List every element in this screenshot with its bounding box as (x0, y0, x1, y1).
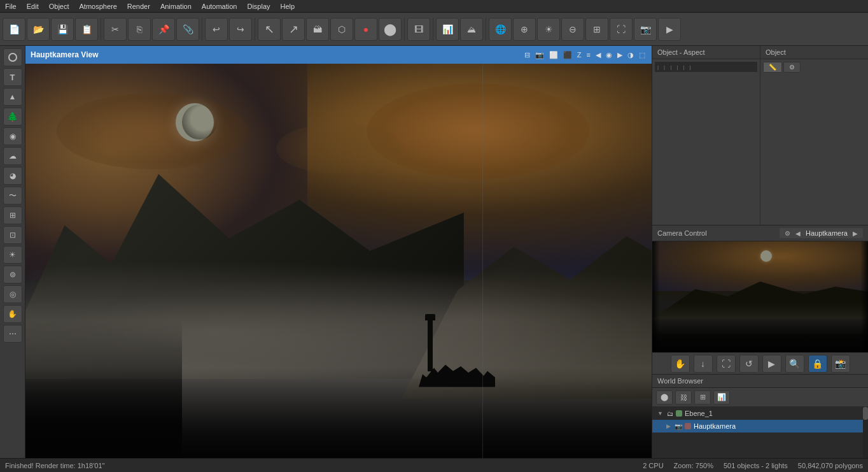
left-tool-sphere[interactable]: ◕ (3, 167, 22, 185)
move-tool-button[interactable]: ↗ (282, 18, 305, 41)
menu-edit[interactable]: Edit (22, 1, 44, 11)
tree-item-ebene1[interactable]: ▼ 🗂 Ebene_1 (652, 407, 868, 420)
viewport-icon-6[interactable]: ◀ (594, 50, 602, 61)
cam-grab-button[interactable]: ✋ (671, 355, 690, 373)
left-tool-terrain-paint[interactable]: ◉ (3, 127, 22, 145)
viewport-canvas[interactable] (25, 64, 652, 458)
paint-button[interactable]: ● (354, 18, 377, 41)
menu-render[interactable]: Render (122, 1, 155, 11)
ruler-mark: | (676, 64, 678, 70)
left-tool-ring[interactable]: ⊚ (3, 266, 22, 283)
cam-play-button[interactable]: ▶ (762, 355, 781, 373)
filmstrip-button[interactable]: 🎞 (407, 18, 430, 41)
object-aspect-header-row: Object - Aspect Object (652, 46, 868, 59)
redo-button[interactable]: ↪ (229, 18, 252, 41)
tree-label-ebene1: Ebene_1 (685, 410, 713, 417)
paste-special-button[interactable]: 📎 (176, 18, 199, 41)
wb-btn-3[interactable]: ⊞ (694, 390, 711, 404)
viewport-icon-8[interactable]: ▶ (616, 50, 624, 61)
camera-next-button[interactable]: ▶ (853, 230, 858, 237)
viewport-icon-10[interactable]: ⬚ (638, 50, 647, 61)
wb-btn-1[interactable]: ⬤ (656, 390, 673, 404)
left-tool-wave[interactable]: 〜 (3, 187, 22, 204)
render-alt-button[interactable]: ▶ (658, 18, 681, 41)
menu-animation[interactable]: Animation (155, 1, 197, 11)
left-tool-dots[interactable]: ⋯ (3, 325, 22, 343)
object-tab-2[interactable]: ⚙ (783, 62, 801, 73)
tree-item-hauptkamera[interactable]: ▶ 📷 Hauptkamera (652, 420, 868, 433)
fullscreen-button[interactable]: ⛶ (610, 18, 633, 41)
world-browser-scrollbar[interactable] (863, 407, 868, 458)
left-tool-target[interactable]: ◎ (3, 285, 22, 303)
tree-label-hauptkamera: Hauptkamera (694, 422, 736, 430)
globe-button[interactable]: 🌐 (489, 18, 512, 41)
cam-frame-select-button[interactable]: ⛶ (717, 355, 736, 373)
left-tool-cloud[interactable]: ☁ (3, 147, 22, 165)
object-tab-1[interactable]: 📏 (763, 62, 782, 73)
world-browser-title: World Browser (652, 375, 868, 388)
viewport-icon-3[interactable]: ⬜ (548, 50, 559, 61)
left-tool-box[interactable]: ⊞ (3, 206, 22, 224)
cam-move-down-button[interactable]: ↓ (694, 355, 713, 373)
left-tool-tree[interactable]: 🌲 (3, 108, 22, 125)
ruler-marks: | | | | | | (657, 64, 690, 70)
main-toolbar: 📄 📂 💾 📋 ✂ ⎘ 📌 📎 ↩ ↪ ↖ ↗ 🏔 ⬡ ● ⬤ 🎞 📊 ⛰ 🌐 … (0, 13, 868, 46)
menu-automation[interactable]: Automation (197, 1, 242, 11)
chart-button[interactable]: 📊 (436, 18, 459, 41)
ruler-mark: | (683, 64, 684, 70)
camera-prev-button[interactable]: ◀ (795, 230, 801, 237)
cam-snapshot-button[interactable]: 📸 (831, 355, 850, 373)
left-tool-mountain[interactable]: ▲ (3, 88, 22, 106)
frame-button[interactable]: ⊞ (585, 18, 608, 41)
camera-settings-icon[interactable]: ⚙ (785, 230, 790, 237)
copy-button[interactable]: ⎘ (128, 18, 151, 41)
separator-2 (202, 18, 202, 41)
viewport-icon-2[interactable]: 📷 (534, 50, 545, 61)
viewport-icon-9[interactable]: ◑ (626, 50, 635, 61)
render-camera-button[interactable]: 📷 (634, 18, 657, 41)
polygons-status: 50,842,070 polygons (798, 462, 863, 469)
object-add-button[interactable]: ⬡ (330, 18, 353, 41)
left-tool-select[interactable] (3, 48, 22, 66)
cloud-3 (276, 123, 403, 174)
save-button[interactable]: 💾 (51, 18, 74, 41)
left-tool-hand[interactable]: ✋ (3, 305, 22, 323)
left-tool-brush[interactable]: ⊡ (3, 226, 22, 244)
camera-selector[interactable]: ⚙ ◀ Hauptkamera ▶ (780, 228, 863, 238)
tree-icon-camera: 📷 (675, 423, 682, 430)
zoom-out-button[interactable]: ⊖ (561, 18, 584, 41)
viewport-icon-5[interactable]: ≡ (585, 50, 592, 60)
terrain-button[interactable]: ⛰ (460, 18, 483, 41)
world-browser-scrollbar-thumb[interactable] (863, 407, 868, 420)
menu-atmosphere[interactable]: Atmosphere (74, 1, 122, 11)
cut-button[interactable]: ✂ (104, 18, 127, 41)
viewport-icon-4[interactable]: ⬛ (562, 50, 573, 61)
viewport-icon-1[interactable]: ⊟ (523, 50, 531, 61)
paste-button[interactable]: 📌 (152, 18, 175, 41)
wb-btn-4[interactable]: 📊 (713, 390, 730, 404)
menu-display[interactable]: Display (242, 1, 275, 11)
menu-object[interactable]: Object (44, 1, 74, 11)
select-tool-button[interactable]: ↖ (258, 18, 281, 41)
sun-button[interactable]: ☀ (537, 18, 560, 41)
terrain-brush-button[interactable]: 🏔 (306, 18, 329, 41)
cam-refresh-button[interactable]: ↺ (739, 355, 759, 373)
menu-file[interactable]: File (0, 1, 22, 11)
object-aspect-panel: Object - Aspect Object | | | | | | (652, 46, 868, 225)
menu-help[interactable]: Help (276, 1, 300, 11)
camera-control-panel: Camera Control ⚙ ◀ Hauptkamera ▶ (652, 225, 868, 458)
new-button[interactable]: 📄 (3, 18, 25, 41)
cam-lock-button[interactable]: 🔒 (808, 355, 827, 373)
cam-zoom-button[interactable]: 🔍 (785, 355, 804, 373)
left-tool-text[interactable]: T (3, 68, 22, 86)
undo-button[interactable]: ↩ (205, 18, 228, 41)
wb-btn-2[interactable]: ⛓ (675, 390, 692, 404)
tree-arrow-hauptkamera: ▶ (666, 423, 671, 429)
camera-controls-toolbar: ✋ ↓ ⛶ ↺ ▶ 🔍 🔒 📸 (652, 352, 868, 374)
zoom-in-button[interactable]: ⊕ (513, 18, 536, 41)
save-as-button[interactable]: 📋 (75, 18, 98, 41)
left-tool-sun[interactable]: ☀ (3, 246, 22, 264)
colorize-button[interactable]: ⬤ (379, 18, 402, 41)
camera-preview (652, 241, 868, 352)
open-button[interactable]: 📂 (27, 18, 50, 41)
